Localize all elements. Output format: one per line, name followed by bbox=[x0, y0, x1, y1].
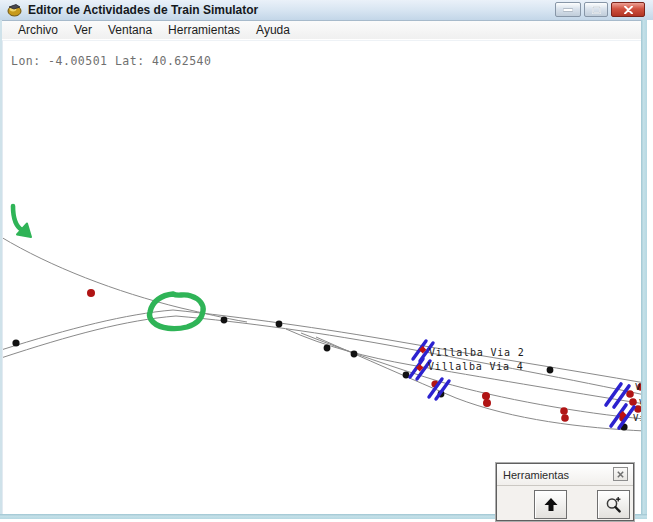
maximize-icon bbox=[592, 6, 601, 14]
window-border-left bbox=[0, 20, 2, 519]
window-title: Editor de Actividades de Train Simulator bbox=[28, 3, 258, 17]
platform-marker[interactable] bbox=[429, 379, 449, 399]
track-label-villalba-via-2: Villalba Via 2 bbox=[429, 347, 525, 358]
close-icon bbox=[617, 471, 624, 478]
track-label-villalba-via-4: Villalba Via 4 bbox=[428, 361, 524, 372]
app-icon bbox=[7, 3, 22, 17]
menu-bar: Archivo Ver Ventana Herramientas Ayuda bbox=[0, 21, 653, 39]
menu-item-ventana[interactable]: Ventana bbox=[100, 22, 160, 38]
close-icon bbox=[624, 6, 633, 14]
close-button[interactable] bbox=[611, 2, 645, 17]
platform-marker[interactable] bbox=[410, 359, 430, 379]
herramientas-toolbox[interactable]: Herramientas bbox=[496, 463, 634, 521]
zoom-in-button[interactable] bbox=[597, 490, 630, 519]
window-titlebar[interactable]: Editor de Actividades de Train Simulator bbox=[0, 0, 653, 21]
toolbox-title: Herramientas bbox=[503, 469, 569, 481]
toolbox-close-button[interactable] bbox=[613, 467, 628, 481]
menu-item-ver[interactable]: Ver bbox=[66, 22, 100, 38]
minimize-icon bbox=[563, 8, 573, 12]
track-map[interactable] bbox=[3, 41, 642, 515]
menu-item-herramientas[interactable]: Herramientas bbox=[160, 22, 248, 38]
toolbox-titlebar[interactable]: Herramientas bbox=[497, 464, 633, 486]
magnifier-plus-icon bbox=[605, 496, 622, 513]
menu-item-ayuda[interactable]: Ayuda bbox=[248, 22, 298, 38]
desktop-background bbox=[647, 20, 653, 522]
track-map-canvas[interactable]: Lon: -4.00501 Lat: 40.62540 bbox=[2, 40, 642, 515]
maximize-button[interactable] bbox=[584, 2, 608, 17]
arrow-up-icon bbox=[543, 497, 559, 512]
place-arrow-button[interactable] bbox=[534, 490, 567, 519]
minimize-button[interactable] bbox=[555, 2, 581, 17]
green-arrow-annotation bbox=[13, 206, 22, 230]
track-lines[interactable] bbox=[3, 237, 642, 431]
menu-item-archivo[interactable]: Archivo bbox=[10, 22, 66, 38]
